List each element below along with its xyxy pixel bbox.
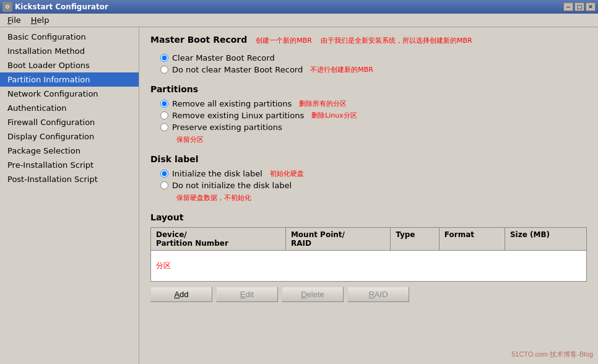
disk-label-title: Disk label [150, 154, 587, 164]
layout-section: Layout Device/Partition Number Mount Poi… [150, 212, 587, 302]
partition-radio-preserve[interactable] [160, 123, 168, 131]
partition-label-preserve: Preserve existing partitions [172, 123, 282, 132]
mbr-radio-group: Clear Master Boot Record Do not clear Ma… [160, 53, 587, 74]
sidebar-item-authentication[interactable]: Authentication [0, 101, 139, 115]
col-mount: Mount Point/RAID [285, 228, 390, 251]
disk-label-noinit-annotation: 保留硬盘数据，不初始化 [176, 194, 251, 202]
mbr-title: Master Boot Record [150, 35, 247, 45]
mbr-annotation2: 由于我们是全新安装系统，所以选择创建新的MBR [321, 36, 472, 45]
title-bar: ⚙ Kickstart Configurator − □ ✕ [0, 0, 598, 14]
partition-label-remove-all: Remove all existing partitions [172, 99, 292, 108]
disk-label-label-no-initialize: Do not initialize the disk label [172, 181, 292, 190]
disk-label-radio-group: Initialize the disk label 初始化硬盘 Do not i… [160, 169, 587, 190]
table-row: 分区 [151, 251, 587, 282]
sidebar-item-post-installation-script[interactable]: Post-Installation Script [0, 172, 139, 186]
menu-help[interactable]: Help [26, 14, 54, 26]
minimize-button[interactable]: − [563, 2, 573, 11]
layout-table: Device/Partition Number Mount Point/RAID… [150, 227, 587, 282]
window-controls: − □ ✕ [563, 2, 596, 11]
sidebar-item-package-selection[interactable]: Package Selection [0, 144, 139, 158]
master-boot-record-section: Master Boot Record 创建一个新的MBR 由于我们是全新安装系统… [150, 35, 587, 74]
partition-option-remove-all: Remove all existing partitions 删除所有的分区 [160, 99, 587, 108]
mbr-radio-clear[interactable] [160, 54, 168, 62]
sidebar-item-firewall-configuration[interactable]: Firewall Configuration [0, 115, 139, 129]
close-button[interactable]: ✕ [586, 2, 596, 11]
title-bar-left: ⚙ Kickstart Configurator [2, 2, 108, 12]
add-button[interactable]: Add [150, 287, 212, 302]
disk-label-radio-initialize[interactable] [160, 170, 168, 178]
disk-label-option-no-initialize: Do not initialize the disk label [160, 181, 587, 190]
layout-title: Layout [150, 212, 587, 222]
sidebar-item-partition-information[interactable]: Partition Information [0, 72, 139, 87]
menu-bar: File Help [0, 14, 598, 27]
mbr-option-clear: Clear Master Boot Record [160, 53, 587, 63]
disk-label-label-initialize: Initialize the disk label [172, 169, 262, 178]
partition-annotation-remove-linux: 删除Linux分区 [311, 111, 357, 120]
partition-annotation-remove-all: 删除所有的分区 [299, 99, 347, 108]
sidebar-item-basic-configuration[interactable]: Basic Configuration [0, 30, 139, 44]
partition-radio-remove-linux[interactable] [160, 111, 168, 119]
maximize-button[interactable]: □ [574, 2, 584, 11]
col-device: Device/Partition Number [151, 228, 286, 251]
edit-button[interactable]: Edit [216, 287, 278, 302]
sidebar-item-pre-installation-script[interactable]: Pre-Installation Script [0, 158, 139, 172]
menu-file[interactable]: File [2, 14, 26, 26]
content-area: Master Boot Record 创建一个新的MBR 由于我们是全新安装系统… [139, 27, 598, 364]
sidebar-item-installation-method[interactable]: Installation Method [0, 44, 139, 58]
partition-link[interactable]: 分区 [156, 261, 171, 270]
raid-button[interactable]: RAID [347, 287, 409, 302]
partition-preserve-annotation: 保留分区 [176, 136, 204, 144]
partition-option-remove-linux: Remove existing Linux partitions 删除Linux… [160, 111, 587, 120]
window-title: Kickstart Configurator [15, 2, 108, 11]
partitions-title: Partitions [150, 84, 587, 94]
partition-label-remove-linux: Remove existing Linux partitions [172, 111, 304, 120]
delete-button[interactable]: Delete [282, 287, 344, 302]
partitions-radio-group: Remove all existing partitions 删除所有的分区 R… [160, 99, 587, 132]
mbr-noclear-annotation: 不进行创建新的MBR [310, 65, 373, 74]
layout-button-row: Add Edit Delete RAID [150, 287, 587, 302]
main-container: Basic Configuration Installation Method … [0, 27, 598, 364]
sidebar-item-network-configuration[interactable]: Network Configuration [0, 87, 139, 101]
sidebar-item-boot-loader-options[interactable]: Boot Loader Options [0, 58, 139, 72]
sidebar: Basic Configuration Installation Method … [0, 27, 139, 364]
disk-label-annotation-initialize: 初始化硬盘 [270, 169, 304, 178]
mbr-radio-noclear[interactable] [160, 66, 168, 74]
col-type: Type [391, 228, 440, 251]
col-size: Size (MB) [505, 228, 586, 251]
mbr-label-clear: Clear Master Boot Record [172, 53, 275, 63]
mbr-annotation1: 创建一个新的MBR [256, 36, 312, 45]
partition-option-preserve: Preserve existing partitions [160, 123, 587, 132]
mbr-label-noclear: Do not clear Master Boot Record [172, 65, 303, 74]
col-format: Format [439, 228, 505, 251]
disk-label-radio-no-initialize[interactable] [160, 181, 168, 189]
partition-radio-remove-all[interactable] [160, 100, 168, 108]
table-header-row: Device/Partition Number Mount Point/RAID… [151, 228, 587, 251]
disk-label-section: Disk label Initialize the disk label 初始化… [150, 154, 587, 202]
partitions-section: Partitions Remove all existing partition… [150, 84, 587, 144]
sidebar-item-display-configuration[interactable]: Display Configuration [0, 129, 139, 144]
app-icon: ⚙ [2, 2, 12, 12]
table-cell-empty: 分区 [151, 251, 587, 282]
disk-label-option-initialize: Initialize the disk label 初始化硬盘 [160, 169, 587, 178]
mbr-option-noclear: Do not clear Master Boot Record 不进行创建新的M… [160, 65, 587, 74]
